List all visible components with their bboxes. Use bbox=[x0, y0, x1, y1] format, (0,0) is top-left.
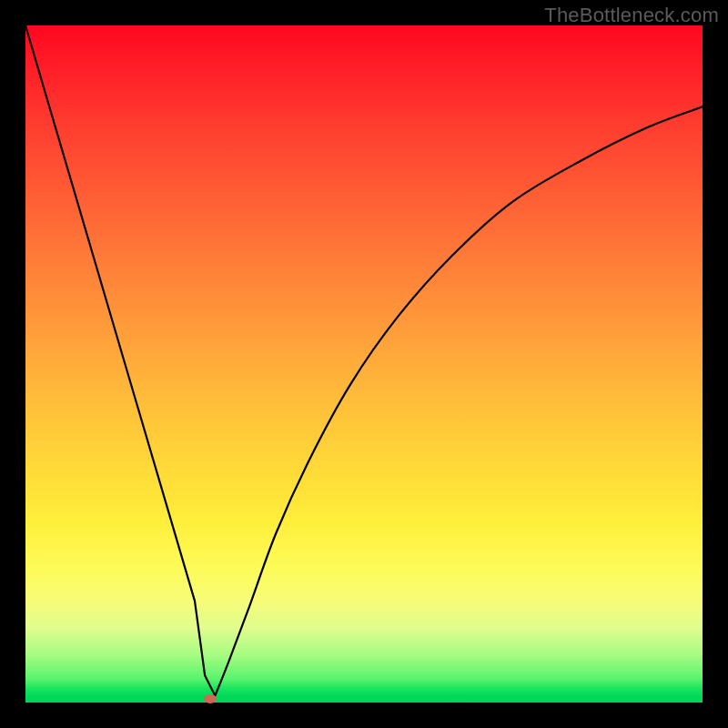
watermark-text: TheBottleneck.com bbox=[544, 4, 719, 27]
plot-area bbox=[25, 25, 703, 703]
curve-path bbox=[25, 25, 703, 696]
bottleneck-curve bbox=[25, 25, 703, 703]
chart-frame: TheBottleneck.com bbox=[0, 0, 728, 728]
minimum-marker bbox=[204, 694, 217, 703]
